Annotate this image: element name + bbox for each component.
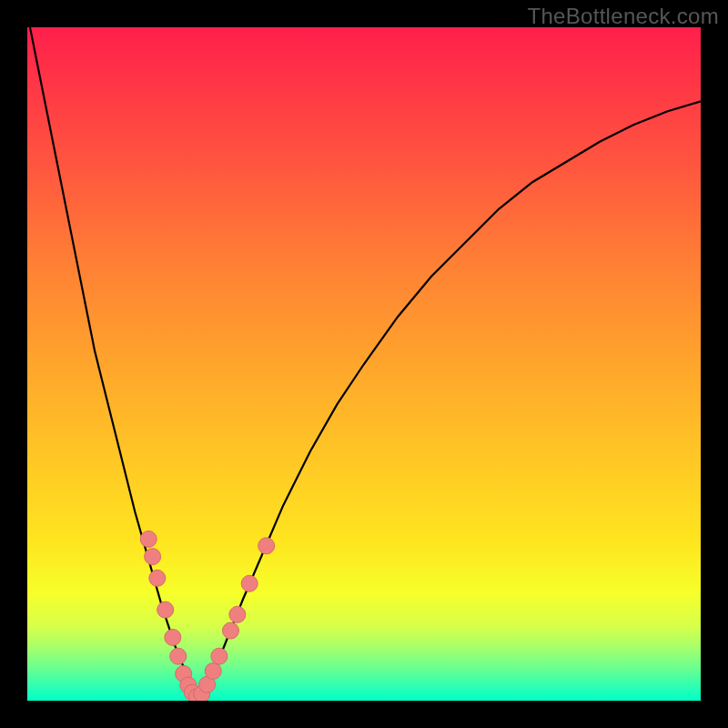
data-marker: [241, 575, 258, 592]
data-marker: [205, 662, 221, 679]
chart-frame: TheBottleneck.com: [0, 0, 728, 728]
data-marker: [211, 648, 228, 664]
data-marker: [149, 570, 166, 586]
marker-group: [140, 531, 275, 701]
data-marker: [140, 531, 157, 547]
chart-svg: [27, 27, 701, 701]
plot-area: [27, 27, 701, 701]
bottleneck-curve: [27, 27, 701, 697]
data-marker: [229, 606, 246, 622]
data-marker: [258, 538, 275, 554]
data-marker: [170, 648, 187, 664]
watermark-text: TheBottleneck.com: [527, 4, 719, 29]
data-marker: [145, 549, 161, 565]
data-marker: [157, 602, 174, 618]
data-marker: [222, 622, 238, 639]
data-marker: [165, 629, 181, 645]
